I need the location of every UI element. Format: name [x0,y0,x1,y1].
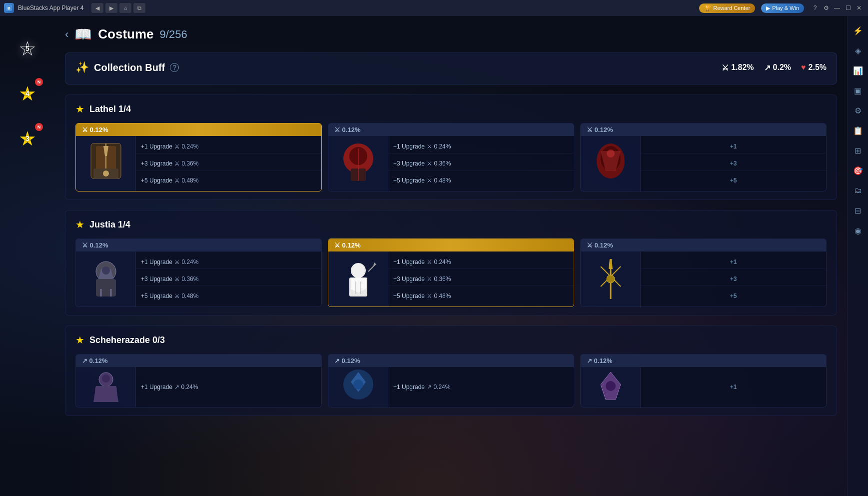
justia-costume1-upgrades: +1 Upgrade ⚔ 0.24% +3 Upgrade ⚔ 0.36% +5… [136,252,321,306]
play-label: Play & Win [772,5,799,11]
justia-c3-upgrade3: +3 [641,272,826,286]
justia-costume2-upgrades: +1 Upgrade ⚔ 0.24% +3 Upgrade ⚔ 0.36% +5… [388,252,574,306]
nav-copy[interactable]: ⧉ [133,3,145,13]
sword-icon: ⚔ [722,63,729,72]
lathel-c1-upgrade1: +1 Upgrade ⚔ 0.24% [136,140,321,154]
buff-stat-arrow: ↗ 0.2% [764,63,791,72]
lathel-c2-upgrade1: +1 Upgrade ⚔ 0.24% [388,140,574,154]
lathel-c3-upgrade5: +5 [641,174,826,187]
lathel-costume-3[interactable]: ⚔ 0.12% +1 +3 +5 [580,123,827,192]
justia-costume2-image [328,252,388,306]
lathel-costume2-upgrades: +1 Upgrade ⚔ 0.24% +3 Upgrade ⚔ 0.36% +5… [388,136,574,191]
buff-stat-attack: ⚔ 1.82% [722,63,754,72]
lathel-costume-1[interactable]: ⚔ 0.12% +1 Upgr [75,123,322,192]
help-icon[interactable]: ? [170,63,179,72]
sidebar-icon-1[interactable]: ⚡ [849,21,868,40]
lathel-costume-grid: ⚔ 0.12% +1 Upgr [75,123,827,192]
collection-buff-left: ✨ Collection Buff ? [75,61,179,74]
justia-c2-upgrade3: +3 Upgrade ⚔ 0.36% [388,272,574,286]
lathel-costume-2[interactable]: ⚔ 0.12% +1 Upgrade ⚔ 0.24% [328,123,574,192]
sche-costume-2[interactable]: ↗ 0.12% +1 Upgrade ↗ 0.24% [328,354,574,408]
help-button[interactable]: ? [810,3,820,13]
justia-costume1-content: +1 Upgrade ⚔ 0.24% +3 Upgrade ⚔ 0.36% +5… [76,252,321,306]
sche-costume3-content: +1 [581,367,826,407]
star3-badge: N [35,123,43,131]
star5-number: 5 [25,44,29,52]
sidebar-item-star4[interactable]: ★ 4 N [10,76,45,111]
justia-star-icon: ★ [75,218,84,230]
justia-c1-upgrade3: +3 Upgrade ⚔ 0.36% [136,272,321,286]
sche-costume1-upgrades: +1 Upgrade ↗ 0.24% [136,367,321,407]
nav-home[interactable]: ⌂ [119,3,131,13]
reward-center-button[interactable]: 🏆 Reward Center [699,4,755,13]
title-bar-left: B BlueStacks App Player 4 ◀ ▶ ⌂ ⧉ [4,3,145,13]
sche-costume-1[interactable]: ↗ 0.12% +1 Upgrade ↗ 0.24% [75,354,322,408]
justia-costume3-badge: ⚔ 0.12% [581,239,826,252]
lathel-costume1-upgrades: +1 Upgrade ⚔ 0.24% +3 Upgrade ⚔ 0.36% +5… [136,136,321,191]
justia-costume-1[interactable]: ⚔ 0.12% +1 Upgr [75,238,322,307]
maximize-button[interactable]: ☐ [843,3,853,13]
sche-star-icon: ★ [75,334,84,346]
sche-costume1-content: +1 Upgrade ↗ 0.24% [76,367,321,407]
justia-c3-upgrade5: +5 [641,290,826,302]
sidebar-icon-7[interactable]: ⊞ [849,141,868,160]
lathel-c1-upgrade5: +5 Upgrade ⚔ 0.48% [136,174,321,187]
nav-back[interactable]: ◀ [91,3,103,13]
justia-costume-3[interactable]: ⚔ 0.12% +1 +3 +5 [580,238,827,307]
sidebar-icon-4[interactable]: ▣ [849,81,868,100]
page-icon: 📖 [74,26,92,42]
lathel-costume3-image [581,136,641,191]
star4-number: 4 [25,90,29,98]
sidebar-icon-10[interactable]: ⊟ [849,201,868,220]
sche-costume-3[interactable]: ↗ 0.12% +1 [580,354,827,408]
justia-c1-upgrade1: +1 Upgrade ⚔ 0.24% [136,256,321,269]
sidebar-icon-5[interactable]: ⚙ [849,101,868,120]
nav-forward[interactable]: ▶ [105,3,117,13]
justia-c1-upgrade5: +5 Upgrade ⚔ 0.48% [136,290,321,302]
svg-marker-34 [609,259,613,269]
sche-costume3-upgrades: +1 [641,367,826,407]
collection-buff-section: ✨ Collection Buff ? ⚔ 1.82% ↗ 0.2% ♥ 2.5… [65,52,837,84]
lathel-c2-upgrade5: +5 Upgrade ⚔ 0.48% [388,174,574,187]
sidebar-icon-3[interactable]: 📊 [849,61,868,80]
character-header-sche: ★ Scheherazade 0/3 [75,334,827,346]
lathel-c3-upgrade1: +1 [641,140,826,154]
star4-badge: N [35,78,43,86]
close-button[interactable]: ✕ [854,3,864,13]
sidebar-icon-8[interactable]: 🎯 [849,161,868,180]
sidebar-item-star3[interactable]: ★ 3 N [10,121,45,156]
character-header-lathel: ★ Lathel 1/4 [75,103,827,115]
sidebar-icon-9[interactable]: 🗂 [849,181,868,200]
settings-button[interactable]: ⚙ [821,3,831,13]
sche-c1-upgrade1: +1 Upgrade ↗ 0.24% [136,380,321,394]
main-content: ‹ 📖 Costume 9/256 ✨ Collection Buff ? ⚔ … [55,16,847,496]
lathel-c2-upgrade3: +3 Upgrade ⚔ 0.36% [388,157,574,170]
sidebar-icon-11[interactable]: ◉ [849,221,868,240]
justia-name: Justia 1/4 [89,220,130,230]
back-button[interactable]: ‹ [65,28,68,41]
sche-costume1-badge: ↗ 0.12% [76,354,321,367]
buff-stat-heart: ♥ 2.5% [801,63,827,72]
lathel-costume2-badge: ⚔ 0.12% [328,124,574,136]
svg-point-7 [103,170,109,176]
justia-costume-2[interactable]: ⚔ 0.12% [328,238,574,307]
sche-costume3-badge: ↗ 0.12% [581,354,826,367]
justia-costume1-image [76,252,136,306]
lathel-costume1-content: +1 Upgrade ⚔ 0.24% +3 Upgrade ⚔ 0.36% +5… [76,136,321,191]
sidebar-icon-6[interactable]: 📋 [849,121,868,140]
lathel-costume1-badge: ⚔ 0.12% [76,124,321,136]
minimize-button[interactable]: — [832,3,842,13]
nav-buttons: ◀ ▶ ⌂ ⧉ [91,3,145,13]
play-win-button[interactable]: ▶ Play & Win [761,4,804,13]
sche-costume2-upgrades: +1 Upgrade ↗ 0.24% [388,367,574,407]
sche-costume1-image [76,367,136,407]
justia-costume-grid: ⚔ 0.12% +1 Upgr [75,238,827,307]
sche-costume-grid: ↗ 0.12% +1 Upgrade ↗ 0.24% [75,354,827,408]
sche-costume2-badge: ↗ 0.12% [328,354,574,367]
svg-marker-37 [93,386,118,402]
sidebar-item-star5[interactable]: ☆ 5 [10,31,45,66]
lathel-name: Lathel 1/4 [89,104,131,114]
lathel-costume3-badge: ⚔ 0.12% [581,124,826,136]
justia-costume3-image [581,252,641,306]
sidebar-icon-2[interactable]: ◈ [849,41,868,60]
